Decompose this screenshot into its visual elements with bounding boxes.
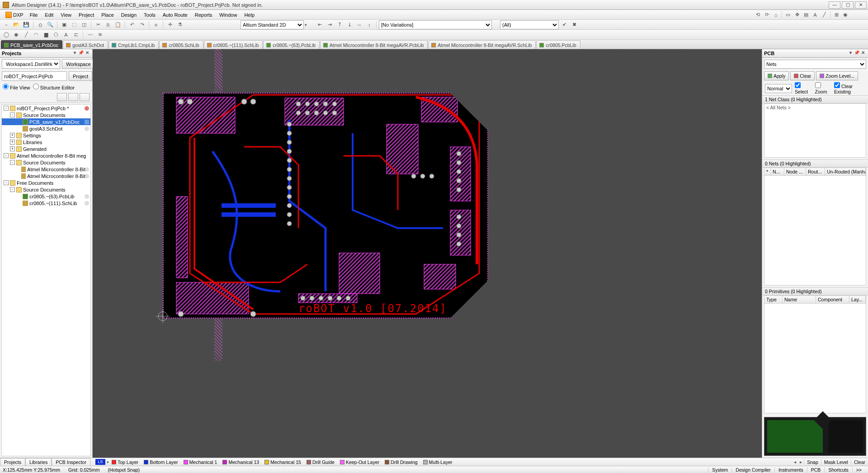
aux-tab[interactable]: Libraries bbox=[25, 458, 52, 466]
menu-project[interactable]: Project bbox=[75, 11, 98, 19]
variations-select[interactable]: [No Variations] bbox=[379, 20, 492, 29]
view-mode-select[interactable]: Altium Standard 2D bbox=[241, 20, 304, 29]
panel-dropdown-icon[interactable]: ▾ bbox=[71, 50, 78, 56]
doc-tab[interactable]: cr0805.PcbLib bbox=[536, 40, 580, 49]
fill-icon[interactable]: ▆ bbox=[42, 31, 51, 39]
net-class-list[interactable]: < All Nets > bbox=[764, 103, 866, 158]
grid-tool-icon[interactable]: ⊞ bbox=[832, 11, 841, 19]
tree-row[interactable]: cr0805.~(111).SchLib bbox=[2, 200, 90, 206]
file-view-radio[interactable]: File View bbox=[3, 84, 30, 90]
tree-row[interactable]: gostA3.SchDot bbox=[2, 125, 90, 132]
doc-tab[interactable]: CmpLib1.CmpLib bbox=[108, 40, 159, 49]
save-icon[interactable]: 💾 bbox=[22, 21, 31, 29]
text-tool-icon[interactable]: A bbox=[811, 11, 820, 19]
menu-place[interactable]: Place bbox=[98, 11, 118, 19]
expand-icon[interactable]: - bbox=[4, 153, 9, 158]
doc-tab[interactable]: PCB_save_v1.PcbDoc bbox=[1, 40, 62, 49]
doc-tab[interactable]: cr0805.SchLib bbox=[159, 40, 203, 49]
zoom-area-icon[interactable]: ⬚ bbox=[70, 21, 79, 29]
redo-icon[interactable]: ↷ bbox=[137, 21, 146, 29]
layer-set-chip[interactable]: LS bbox=[95, 459, 105, 465]
menu-autoroute[interactable]: Auto Route bbox=[159, 11, 191, 19]
doc-tab[interactable]: cr0805.~(111).SchLib bbox=[204, 40, 263, 49]
dxp-menu[interactable]: DXP bbox=[3, 12, 26, 18]
pcol-type[interactable]: Type bbox=[764, 296, 783, 303]
pcol-name[interactable]: Name bbox=[783, 296, 816, 303]
col-name[interactable]: N... bbox=[771, 168, 784, 175]
route-icon[interactable]: 〰 bbox=[85, 31, 94, 39]
copy-icon[interactable]: ⎘ bbox=[104, 21, 113, 29]
structure-editor-radio[interactable]: Structure Editor bbox=[33, 84, 75, 90]
arc-icon[interactable]: ◠ bbox=[32, 31, 41, 39]
layer-tab[interactable]: Keep-Out Layer bbox=[337, 459, 382, 465]
line-tool-icon[interactable]: ╱ bbox=[820, 11, 829, 19]
menu-reports[interactable]: Reports bbox=[191, 11, 216, 19]
tree-row[interactable]: +Libraries bbox=[2, 139, 90, 145]
menu-edit[interactable]: Edit bbox=[41, 11, 57, 19]
expand-icon[interactable]: + bbox=[10, 140, 15, 145]
align-left-icon[interactable]: ⇤ bbox=[315, 21, 324, 29]
tree-row[interactable]: cr0805.~(63).PcbLib bbox=[2, 193, 90, 200]
open-icon[interactable]: 📂 bbox=[12, 21, 21, 29]
tree-row[interactable]: -Source Documents bbox=[2, 112, 90, 118]
clear-existing-checkbox[interactable]: Clear Existing bbox=[834, 82, 865, 94]
nets-grid[interactable]: * N... Node ... Rout... Un-Routed (Manha… bbox=[764, 168, 866, 286]
tree-row[interactable]: -Atmel Microcontroller 8-Bit meg bbox=[2, 152, 90, 159]
print-icon[interactable]: ⎙ bbox=[36, 21, 45, 29]
tree-row[interactable]: -Source Documents bbox=[2, 159, 90, 166]
place-tool-icon[interactable]: ▤ bbox=[802, 11, 811, 19]
primitives-grid[interactable]: Type Name Component Lay... bbox=[764, 295, 866, 413]
col-routed[interactable]: Rout... bbox=[806, 168, 825, 175]
doc-tab[interactable]: Atmel Microcontroller 8-Bit megaAVR.SchL… bbox=[428, 40, 536, 49]
expand-icon[interactable]: - bbox=[10, 187, 15, 192]
distribute-h-icon[interactable]: ↔ bbox=[355, 21, 364, 29]
pcol-component[interactable]: Component bbox=[816, 296, 849, 303]
board-minimap[interactable] bbox=[764, 417, 866, 456]
status-tab[interactable]: Shortcuts bbox=[824, 467, 852, 473]
pcb-mode-select[interactable]: Nets bbox=[764, 60, 866, 69]
layer-tab[interactable]: Mechanical 15 bbox=[262, 459, 304, 465]
string-icon[interactable]: A bbox=[61, 31, 71, 39]
status-tab[interactable]: >> bbox=[852, 467, 865, 473]
menu-view[interactable]: View bbox=[57, 11, 75, 19]
menu-design[interactable]: Design bbox=[118, 11, 140, 19]
project-tree[interactable]: -roBOT_Project.PrjPcb *-Source Documents… bbox=[1, 104, 91, 456]
filter-all-select[interactable]: (All) bbox=[500, 20, 559, 29]
align-bottom-icon[interactable]: ⤓ bbox=[345, 21, 354, 29]
tree-btn2-icon[interactable] bbox=[68, 93, 78, 101]
col-node[interactable]: Node ... bbox=[784, 168, 806, 175]
menu-window[interactable]: Window bbox=[216, 11, 241, 19]
preview-icon[interactable]: 🔍 bbox=[46, 21, 55, 29]
workspace-combo[interactable]: Workspace1.DsnWrk bbox=[2, 59, 60, 69]
tree-row[interactable]: +Generated bbox=[2, 145, 90, 152]
pcb-canvas[interactable]: roBOT_v1.0 [07.2014] bbox=[93, 49, 762, 458]
nav-fwd-button[interactable]: ⟳ bbox=[762, 11, 771, 19]
pcol-layer[interactable]: Lay... bbox=[849, 296, 866, 303]
layer-tab[interactable]: Bottom Layer bbox=[141, 459, 180, 465]
status-tab[interactable]: Design Compiler bbox=[731, 467, 774, 473]
layers-icon[interactable]: ≡ bbox=[151, 21, 160, 29]
cut-icon[interactable]: ✂ bbox=[94, 21, 103, 29]
clear-button[interactable]: Clear bbox=[790, 71, 815, 80]
nav-home-button[interactable]: ⌂ bbox=[771, 11, 780, 19]
tree-row[interactable]: -Source Documents bbox=[2, 186, 90, 193]
tree-row[interactable]: Atmel Microcontroller 8-Bit bbox=[2, 173, 90, 179]
aux-tab[interactable]: PCB Inspector bbox=[52, 458, 90, 466]
tree-row[interactable]: Atmel Microcontroller 8-Bit bbox=[2, 166, 90, 173]
apply-filter-icon[interactable]: ✔ bbox=[560, 21, 569, 29]
zoom-checkbox[interactable]: Zoom bbox=[815, 82, 832, 94]
doc-tab[interactable]: Atmel Microcontroller 8-Bit megaAVR.PcbL… bbox=[320, 40, 428, 49]
tree-row[interactable]: PCB_save_v1.PcbDoc bbox=[2, 118, 90, 125]
expand-icon[interactable]: - bbox=[10, 112, 15, 117]
col-unrouted[interactable]: Un-Routed (Manhatta... bbox=[825, 168, 866, 175]
tree-btn3-icon[interactable] bbox=[80, 93, 90, 101]
clear-mask-button[interactable]: Clear bbox=[851, 459, 868, 465]
via-tool-icon[interactable]: ◉ bbox=[841, 11, 850, 19]
poly-icon[interactable]: ⬠ bbox=[52, 31, 61, 39]
snap-button[interactable]: Snap bbox=[804, 459, 821, 465]
close-button[interactable]: ✕ bbox=[855, 1, 867, 9]
clear-filter-icon[interactable]: ✖ bbox=[570, 21, 579, 29]
expand-icon[interactable]: + bbox=[10, 133, 15, 138]
project-field[interactable] bbox=[2, 71, 67, 81]
col-star[interactable]: * bbox=[764, 168, 771, 175]
